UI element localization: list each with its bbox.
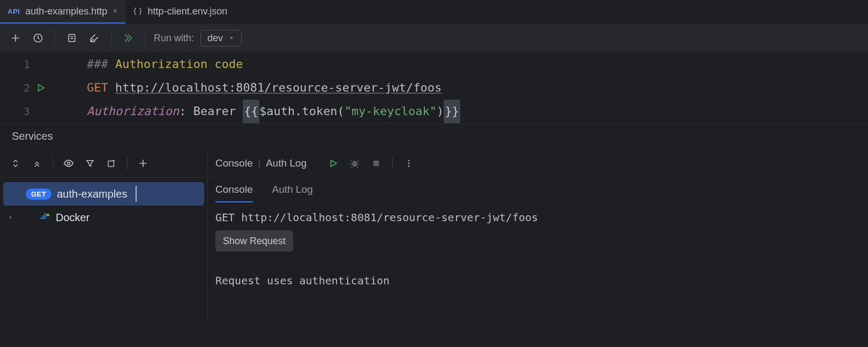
services-panel-title[interactable]: Services xyxy=(0,123,868,149)
separator xyxy=(392,156,393,170)
history-button[interactable] xyxy=(28,28,48,48)
services-output-panel: Console | Auth Log Console Auth Log GET … xyxy=(208,149,868,324)
subtab-authlog[interactable]: Auth Log xyxy=(272,178,313,202)
svg-point-7 xyxy=(408,160,410,161)
svg-point-9 xyxy=(408,165,410,167)
toolbar-authlog-label: Auth Log xyxy=(266,157,306,169)
editor-tabs: API auth-examples.http × http-client.env… xyxy=(0,0,868,24)
template-close: }} xyxy=(444,100,460,123)
svg-point-8 xyxy=(408,162,410,164)
separator xyxy=(111,31,111,45)
subtab-console[interactable]: Console xyxy=(215,178,253,202)
docker-icon xyxy=(39,212,50,223)
services-panel: GET auth-examples Docker Console | Auth … xyxy=(0,149,868,324)
run-button[interactable] xyxy=(324,154,343,173)
close-icon[interactable]: × xyxy=(113,6,117,16)
run-gutter-icon[interactable] xyxy=(30,83,51,93)
filter-button[interactable] xyxy=(80,153,100,174)
new-window-button[interactable] xyxy=(101,153,122,174)
run-with-group: Run with: dev xyxy=(154,30,242,47)
svg-point-2 xyxy=(68,162,70,164)
separator xyxy=(53,156,53,170)
method-badge: GET xyxy=(26,188,51,200)
expand-collapse-button[interactable] xyxy=(5,153,26,174)
debug-button[interactable] xyxy=(345,154,364,173)
add-request-button[interactable] xyxy=(5,28,26,48)
services-tree-panel: GET auth-examples Docker xyxy=(0,149,208,324)
tree-label: Docker xyxy=(56,212,89,224)
svg-point-4 xyxy=(47,214,50,217)
request-url: http://localhost:8081/resource-server-jw… xyxy=(115,76,442,100)
tab-auth-examples[interactable]: API auth-examples.http × xyxy=(0,0,125,24)
svg-rect-6 xyxy=(373,160,379,166)
output-subtabs: Console Auth Log xyxy=(208,178,868,202)
header-name: Authorization xyxy=(87,100,179,123)
chevron-down-icon xyxy=(228,35,235,41)
section-title: Authorization code xyxy=(115,52,243,76)
separator xyxy=(145,31,145,45)
code-area[interactable]: ### Authorization code GET http://localh… xyxy=(75,52,868,123)
tab-label: http-client.env.json xyxy=(148,6,228,17)
line-number: 1 xyxy=(0,58,30,71)
run-with-label: Run with: xyxy=(154,33,194,44)
console-message: Request uses authentication xyxy=(215,271,860,290)
tree-item-docker[interactable]: Docker xyxy=(3,206,204,229)
request-line: GET http://localhost:8081/resource-serve… xyxy=(215,208,860,227)
comment-marker: ### xyxy=(87,52,108,76)
tree-label: auth-examples xyxy=(57,188,127,200)
separator xyxy=(55,31,55,45)
import-button[interactable] xyxy=(84,28,104,48)
func-call: $auth.token( xyxy=(259,100,345,123)
toolbar-console-label: Console xyxy=(215,157,253,169)
text-caret xyxy=(136,186,137,202)
gutter: 1 2 3 xyxy=(0,52,75,123)
http-method: GET xyxy=(87,76,108,100)
separator xyxy=(127,156,128,170)
console-output[interactable]: GET http://localhost:8081/resource-serve… xyxy=(208,202,868,296)
tree-item-request[interactable]: GET auth-examples xyxy=(3,182,204,206)
show-button[interactable] xyxy=(58,153,79,174)
stop-button[interactable] xyxy=(366,154,386,173)
code-editor[interactable]: 1 2 3 ### Authorization code GET xyxy=(0,52,868,123)
api-icon: API xyxy=(8,7,20,16)
show-request-button[interactable]: Show Request xyxy=(215,230,293,252)
add-service-button[interactable] xyxy=(133,153,153,174)
collapse-all-button[interactable] xyxy=(27,153,47,174)
template-open: {{ xyxy=(243,100,259,123)
services-tree: GET auth-examples Docker xyxy=(0,178,207,233)
func-close: ) xyxy=(437,100,444,123)
services-right-toolbar: Console | Auth Log xyxy=(208,149,868,178)
json-icon xyxy=(133,6,143,16)
colon: : xyxy=(179,100,186,123)
line-number: 3 xyxy=(0,105,30,118)
svg-point-5 xyxy=(352,161,357,167)
http-toolbar: Run with: dev xyxy=(0,24,868,52)
services-left-toolbar xyxy=(0,149,207,178)
line-number: 2 xyxy=(0,81,30,94)
env-value: dev xyxy=(207,33,223,44)
environment-dropdown[interactable]: dev xyxy=(200,30,242,47)
more-button[interactable] xyxy=(399,154,418,173)
tab-env-json[interactable]: http-client.env.json xyxy=(125,0,235,24)
examples-button[interactable] xyxy=(62,28,82,48)
tab-label: auth-examples.http xyxy=(25,6,107,17)
string-arg: "my-keycloak" xyxy=(345,100,437,123)
header-scheme: Bearer xyxy=(193,100,236,123)
run-all-button[interactable] xyxy=(118,28,138,48)
chevron-right-icon xyxy=(8,214,16,221)
pipe: | xyxy=(258,158,260,169)
svg-rect-3 xyxy=(108,161,114,167)
